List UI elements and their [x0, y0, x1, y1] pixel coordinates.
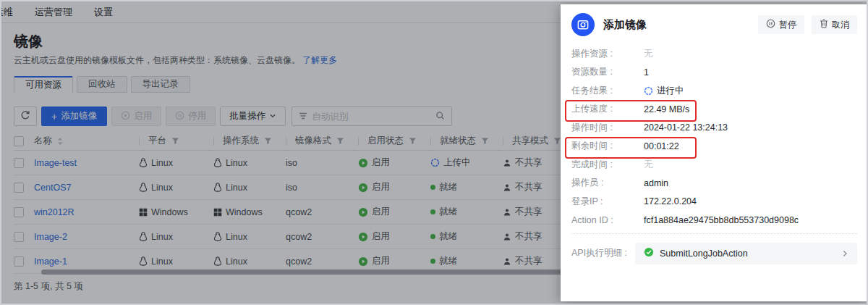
- in-progress-spinner-icon: [644, 86, 653, 96]
- detail-row-9: Action ID : fcf1a884ae29475bb8db553730d9…: [571, 213, 857, 227]
- detail-row-1: 资源数量 : 1: [571, 65, 857, 80]
- api-action-item[interactable]: SubmitLongJobAction: [635, 243, 857, 264]
- panel-header: 添加镜像 暂停 取消: [561, 4, 867, 36]
- panel-details: 操作资源 : 无 资源数量 : 1 任务结果 : 进行中 上传速度 : 22.4…: [571, 46, 857, 227]
- chevron-right-icon: [841, 250, 848, 257]
- api-action-name: SubmitLongJobAction: [660, 248, 748, 259]
- api-detail-row: API执行明细 : SubmitLongJobAction: [571, 243, 857, 264]
- detail-row-4: 操作时间 : 2024-01-22 13:24:13: [571, 120, 857, 135]
- pause-button[interactable]: 暂停: [758, 15, 804, 34]
- detail-row-6: 完成时间 : 无: [571, 157, 857, 172]
- detail-row-0: 操作资源 : 无: [571, 46, 857, 61]
- detail-row-3: 上传速度 : 22.49 MB/s: [571, 102, 857, 117]
- app-window: 运维运营管理设置 镜像 云主机或云盘使用的镜像模板文件，包括两种类型：系统镜像、…: [0, 0, 868, 305]
- check-circle-icon: [644, 247, 654, 260]
- image-camera-icon: [571, 13, 595, 36]
- api-detail-label: API执行明细 :: [571, 247, 635, 259]
- detail-row-8: 登录IP : 172.22.0.204: [571, 194, 857, 209]
- detail-row-7: 操作员 : admin: [571, 176, 857, 191]
- add-image-task-panel: 添加镜像 暂停 取消 操作资源 : 无 资源数量 : 1 任务结果 : 进行中 …: [561, 4, 867, 301]
- pause-circle-icon: [766, 19, 775, 30]
- trash-icon: [820, 19, 828, 30]
- detail-row-2: 任务结果 : 进行中: [571, 83, 857, 98]
- cancel-button[interactable]: 取消: [812, 15, 857, 34]
- panel-title: 添加镜像: [603, 18, 751, 32]
- detail-row-5: 剩余时间 : 00:01:22: [571, 139, 857, 154]
- dotted-divider: [571, 233, 857, 234]
